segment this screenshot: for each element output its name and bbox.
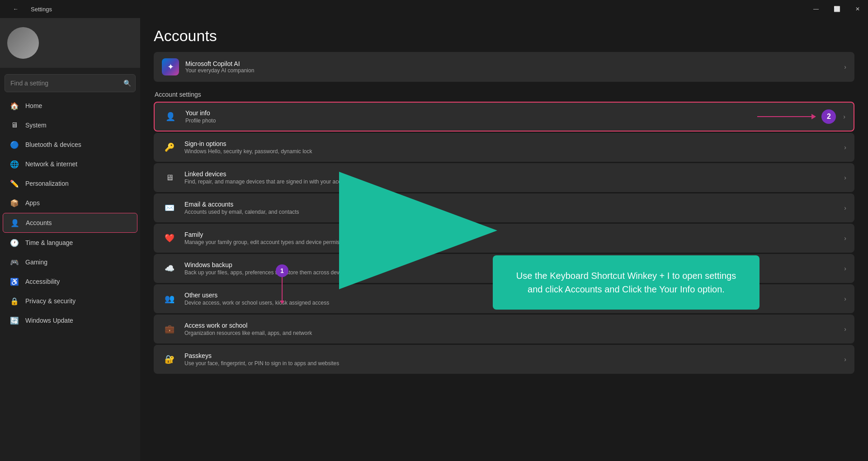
search-box: 🔍 [5, 74, 136, 92]
tooltip-overlay: Use the Keyboard Shortcut Winkey + I to … [493, 255, 760, 310]
copilot-text: Microsoft Copilot AI Your everyday AI co… [185, 60, 838, 74]
account-settings-heading: Account settings [154, 91, 854, 98]
item-title-your-info: Your info [185, 109, 750, 117]
nav-label-system: System [25, 122, 47, 129]
item-icon-windows-backup: ☁️ [162, 261, 177, 276]
nav-label-accessibility: Accessibility [25, 278, 60, 285]
settings-item-sign-in[interactable]: 🔑 Sign-in options Windows Hello, securit… [154, 133, 854, 162]
step1-line [282, 277, 283, 301]
sidebar-item-accessibility[interactable]: ♿ Accessibility [3, 272, 137, 291]
item-chevron-linked-devices: › [844, 174, 846, 181]
nav-label-update: Windows Update [25, 317, 73, 324]
nav-label-time: Time & language [25, 239, 73, 246]
avatar [7, 27, 39, 59]
nav-label-personalization: Personalization [25, 180, 69, 187]
item-icon-family: ❤️ [162, 230, 177, 246]
settings-item-family[interactable]: ❤️ Family Manage your family group, edit… [154, 224, 854, 253]
item-title-family: Family [184, 231, 837, 238]
nav-icon-personalization: ✏️ [10, 179, 19, 188]
nav-label-gaming: Gaming [25, 259, 47, 266]
nav-icon-bluetooth: 🔵 [10, 140, 19, 149]
item-title-passkeys: Passkeys [184, 352, 837, 359]
back-button[interactable]: ← [5, 0, 26, 18]
sidebar-item-personalization[interactable]: ✏️ Personalization [3, 174, 137, 193]
item-subtitle-sign-in: Windows Hello, security key, password, d… [184, 148, 837, 155]
sidebar-item-update[interactable]: 🔄 Windows Update [3, 311, 137, 330]
item-subtitle-your-info: Profile photo [185, 118, 750, 124]
item-title-access-work: Access work or school [184, 322, 837, 329]
page-title: Accounts [154, 18, 854, 52]
settings-item-your-info[interactable]: 👤 Your info Profile photo 2 › [154, 102, 854, 132]
settings-item-passkeys[interactable]: 🔐 Passkeys Use your face, fingerprint, o… [154, 345, 854, 374]
item-subtitle-family: Manage your family group, edit account t… [184, 239, 837, 245]
sidebar: 🔍 🏠 Home 🖥 System 🔵 Bluetooth & devices … [0, 18, 140, 461]
sidebar-item-system[interactable]: 🖥 System [3, 116, 137, 135]
titlebar-title: Settings [31, 6, 52, 13]
tooltip-text: Use the Keyboard Shortcut Winkey + I to … [509, 269, 743, 296]
nav-icon-accounts: 👤 [10, 218, 19, 227]
settings-item-access-work[interactable]: 💼 Access work or school Organization res… [154, 315, 854, 343]
nav-label-bluetooth: Bluetooth & devices [25, 141, 81, 148]
item-text-linked-devices: Linked devices Find, repair, and manage … [184, 170, 837, 185]
titlebar-controls: — ⬜ ✕ [806, 0, 868, 18]
item-subtitle-passkeys: Use your face, fingerprint, or PIN to si… [184, 360, 837, 367]
item-icon-linked-devices: 🖥 [162, 170, 177, 185]
step1-badge: 1 [276, 264, 288, 277]
item-text-passkeys: Passkeys Use your face, fingerprint, or … [184, 352, 837, 367]
item-icon-other-users: 👥 [162, 291, 177, 306]
item-chevron-sign-in: › [844, 144, 846, 151]
titlebar: ← Settings — ⬜ ✕ [0, 0, 868, 18]
nav-icon-time: 🕐 [10, 238, 19, 247]
nav-icon-accessibility: ♿ [10, 277, 19, 286]
item-chevron-passkeys: › [844, 356, 846, 363]
step1-indicator: 1 [276, 264, 288, 304]
copilot-banner[interactable]: ✦ Microsoft Copilot AI Your everyday AI … [154, 52, 854, 82]
nav-label-privacy: Privacy & security [25, 297, 75, 305]
item-title-linked-devices: Linked devices [184, 170, 837, 178]
item-text-email-accounts: Email & accounts Accounts used by email,… [184, 201, 837, 215]
item-subtitle-email-accounts: Accounts used by email, calendar, and co… [184, 209, 837, 215]
sidebar-item-time[interactable]: 🕐 Time & language [3, 233, 137, 252]
sidebar-item-privacy[interactable]: 🔒 Privacy & security [3, 292, 137, 310]
nav-icon-home: 🏠 [10, 101, 19, 110]
nav-icon-apps: 📦 [10, 198, 19, 207]
item-chevron-email-accounts: › [844, 204, 846, 212]
content-area: Accounts ✦ Microsoft Copilot AI Your eve… [140, 18, 868, 461]
settings-item-linked-devices[interactable]: 🖥 Linked devices Find, repair, and manag… [154, 163, 854, 192]
close-button[interactable]: ✕ [847, 0, 868, 18]
item-icon-your-info: 👤 [163, 109, 178, 124]
titlebar-left: ← Settings [5, 0, 52, 18]
nav-label-network: Network & internet [25, 160, 77, 168]
item-chevron-your-info: › [843, 113, 845, 120]
item-text-sign-in: Sign-in options Windows Hello, security … [184, 140, 837, 155]
copilot-subtitle: Your everyday AI companion [185, 67, 838, 74]
step2-badge: 2 [821, 109, 836, 124]
sidebar-item-home[interactable]: 🏠 Home [3, 96, 137, 115]
item-text-access-work: Access work or school Organization resou… [184, 322, 837, 336]
nav-label-accounts: Accounts [26, 219, 52, 226]
sidebar-item-apps[interactable]: 📦 Apps [3, 193, 137, 212]
sidebar-item-accounts[interactable]: 👤 Accounts [3, 213, 137, 233]
nav-icon-update: 🔄 [10, 316, 19, 325]
item-chevron-other-users: › [844, 295, 846, 302]
sidebar-item-bluetooth[interactable]: 🔵 Bluetooth & devices [3, 135, 137, 154]
item-chevron-family: › [844, 235, 846, 242]
nav-icon-gaming: 🎮 [10, 258, 19, 267]
restore-button[interactable]: ⬜ [826, 0, 847, 18]
settings-item-email-accounts[interactable]: ✉️ Email & accounts Accounts used by ema… [154, 193, 854, 222]
search-input[interactable] [5, 74, 136, 92]
item-icon-access-work: 💼 [162, 321, 177, 337]
item-icon-passkeys: 🔐 [162, 352, 177, 367]
item-icon-sign-in: 🔑 [162, 140, 177, 155]
sidebar-profile [0, 18, 140, 68]
sidebar-item-gaming[interactable]: 🎮 Gaming [3, 253, 137, 272]
minimize-button[interactable]: — [806, 0, 826, 18]
item-chevron-windows-backup: › [844, 265, 846, 272]
settings-list: 1 Use the Keyboard Shortcut Winkey + I t… [154, 102, 854, 374]
item-title-email-accounts: Email & accounts [184, 201, 837, 208]
nav-icon-privacy: 🔒 [10, 296, 19, 306]
sidebar-item-network[interactable]: 🌐 Network & internet [3, 155, 137, 174]
item-title-sign-in: Sign-in options [184, 140, 837, 147]
search-icon: 🔍 [123, 80, 131, 87]
item-subtitle-linked-devices: Find, repair, and manage devices that ar… [184, 179, 837, 185]
